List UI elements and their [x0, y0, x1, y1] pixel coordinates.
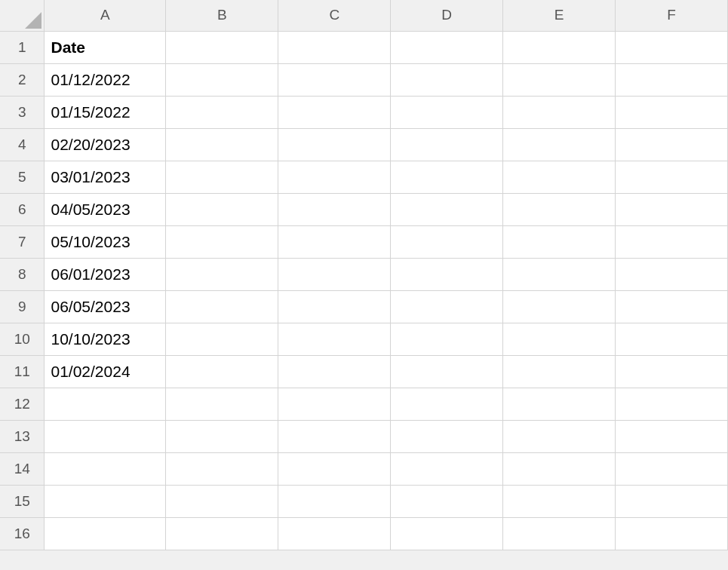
cell-C5[interactable]	[278, 161, 391, 193]
row-header-7[interactable]: 7	[0, 225, 45, 258]
cell-C1[interactable]	[278, 31, 391, 63]
cell-F2[interactable]	[616, 63, 728, 96]
cell-C6[interactable]	[278, 193, 391, 225]
cell-C15[interactable]	[278, 485, 391, 517]
cell-D6[interactable]	[391, 193, 503, 225]
cell-E16[interactable]	[503, 517, 616, 550]
cell-F10[interactable]	[616, 323, 728, 355]
column-header-B[interactable]: B	[166, 0, 278, 31]
cell-D3[interactable]	[391, 96, 503, 128]
cell-E6[interactable]	[503, 193, 616, 225]
cell-F7[interactable]	[616, 225, 728, 258]
row-header-8[interactable]: 8	[0, 258, 45, 290]
cell-B13[interactable]	[166, 420, 278, 452]
cell-B9[interactable]	[166, 290, 278, 323]
cell-C2[interactable]	[278, 63, 391, 96]
cell-C8[interactable]	[278, 258, 391, 290]
cell-B12[interactable]	[166, 388, 278, 420]
cell-F13[interactable]	[616, 420, 728, 452]
cell-D5[interactable]	[391, 161, 503, 193]
cell-C7[interactable]	[278, 225, 391, 258]
cell-F16[interactable]	[616, 517, 728, 550]
cell-A13[interactable]	[45, 420, 166, 452]
column-header-C[interactable]: C	[278, 0, 391, 31]
cell-B7[interactable]	[166, 225, 278, 258]
row-header-12[interactable]: 12	[0, 388, 45, 420]
column-header-F[interactable]: F	[616, 0, 728, 31]
cell-A10[interactable]: 10/10/2023	[45, 323, 166, 355]
cell-B10[interactable]	[166, 323, 278, 355]
cell-E10[interactable]	[503, 323, 616, 355]
cell-E14[interactable]	[503, 452, 616, 485]
row-header-6[interactable]: 6	[0, 193, 45, 225]
cell-B2[interactable]	[166, 63, 278, 96]
cell-B16[interactable]	[166, 517, 278, 550]
row-header-11[interactable]: 11	[0, 355, 45, 388]
cell-F5[interactable]	[616, 161, 728, 193]
cell-B15[interactable]	[166, 485, 278, 517]
cell-A1[interactable]: Date	[45, 31, 166, 63]
row-header-9[interactable]: 9	[0, 290, 45, 323]
cell-F3[interactable]	[616, 96, 728, 128]
cell-E12[interactable]	[503, 388, 616, 420]
cell-C4[interactable]	[278, 128, 391, 161]
cell-A4[interactable]: 02/20/2023	[45, 128, 166, 161]
cell-E3[interactable]	[503, 96, 616, 128]
cell-D4[interactable]	[391, 128, 503, 161]
cell-B1[interactable]	[166, 31, 278, 63]
row-header-5[interactable]: 5	[0, 161, 45, 193]
cell-A5[interactable]: 03/01/2023	[45, 161, 166, 193]
cell-F12[interactable]	[616, 388, 728, 420]
cell-E15[interactable]	[503, 485, 616, 517]
cell-A7[interactable]: 05/10/2023	[45, 225, 166, 258]
cell-D2[interactable]	[391, 63, 503, 96]
row-header-2[interactable]: 2	[0, 63, 45, 96]
cell-F4[interactable]	[616, 128, 728, 161]
row-header-3[interactable]: 3	[0, 96, 45, 128]
cell-E2[interactable]	[503, 63, 616, 96]
cell-A12[interactable]	[45, 388, 166, 420]
cell-D8[interactable]	[391, 258, 503, 290]
cell-E13[interactable]	[503, 420, 616, 452]
cell-E5[interactable]	[503, 161, 616, 193]
cell-B14[interactable]	[166, 452, 278, 485]
cell-C3[interactable]	[278, 96, 391, 128]
cell-E7[interactable]	[503, 225, 616, 258]
cell-B8[interactable]	[166, 258, 278, 290]
row-header-15[interactable]: 15	[0, 485, 45, 517]
cell-E11[interactable]	[503, 355, 616, 388]
cell-A15[interactable]	[45, 485, 166, 517]
cell-C14[interactable]	[278, 452, 391, 485]
cell-D13[interactable]	[391, 420, 503, 452]
cell-C13[interactable]	[278, 420, 391, 452]
row-header-13[interactable]: 13	[0, 420, 45, 452]
cell-F6[interactable]	[616, 193, 728, 225]
row-header-10[interactable]: 10	[0, 323, 45, 355]
cell-D15[interactable]	[391, 485, 503, 517]
cell-D12[interactable]	[391, 388, 503, 420]
cell-D1[interactable]	[391, 31, 503, 63]
cell-F9[interactable]	[616, 290, 728, 323]
row-header-14[interactable]: 14	[0, 452, 45, 485]
cell-B6[interactable]	[166, 193, 278, 225]
cell-A8[interactable]: 06/01/2023	[45, 258, 166, 290]
cell-A16[interactable]	[45, 517, 166, 550]
cell-F8[interactable]	[616, 258, 728, 290]
cell-D14[interactable]	[391, 452, 503, 485]
cell-C16[interactable]	[278, 517, 391, 550]
column-header-A[interactable]: A	[45, 0, 166, 31]
cell-E9[interactable]	[503, 290, 616, 323]
cell-D16[interactable]	[391, 517, 503, 550]
cell-E4[interactable]	[503, 128, 616, 161]
cell-D7[interactable]	[391, 225, 503, 258]
cell-C9[interactable]	[278, 290, 391, 323]
cell-A2[interactable]: 01/12/2022	[45, 63, 166, 96]
cell-C10[interactable]	[278, 323, 391, 355]
cell-D10[interactable]	[391, 323, 503, 355]
cell-E8[interactable]	[503, 258, 616, 290]
row-header-4[interactable]: 4	[0, 128, 45, 161]
select-all-corner[interactable]	[0, 0, 45, 31]
cell-B4[interactable]	[166, 128, 278, 161]
cell-F14[interactable]	[616, 452, 728, 485]
cell-B5[interactable]	[166, 161, 278, 193]
